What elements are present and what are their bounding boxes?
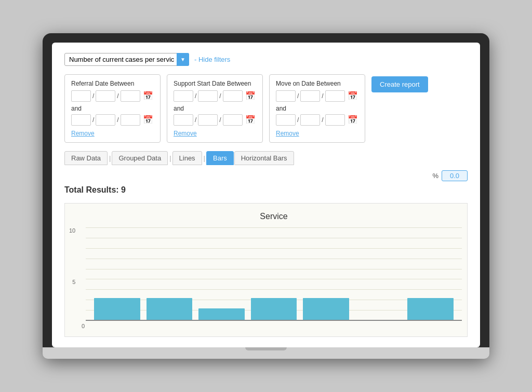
- moveon-sep2: /: [322, 92, 323, 100]
- support-to-mm[interactable]: [198, 114, 218, 126]
- bar-3: [198, 308, 245, 321]
- bar-5: [303, 298, 349, 321]
- referral-from-calendar-icon[interactable]: 📅: [143, 91, 153, 101]
- tabs-row: Raw Data | Grouped Data | Lines | Bars H…: [64, 151, 468, 165]
- referral-to-calendar-icon[interactable]: 📅: [143, 115, 153, 125]
- support-to-yyyy[interactable]: [223, 114, 243, 126]
- percent-control: %: [64, 170, 468, 181]
- referral-to-mm[interactable]: [96, 114, 115, 126]
- laptop-frame: Number of current cases per service ▼ - …: [43, 33, 489, 359]
- referral-from-dd[interactable]: [71, 90, 91, 102]
- moveon-sep4: /: [322, 116, 323, 124]
- moveon-and: and: [276, 105, 358, 112]
- support-sep3: /: [195, 116, 196, 124]
- tab-grouped-data[interactable]: Grouped Data: [112, 151, 168, 165]
- bar-group-4: [248, 298, 300, 321]
- tab-bars[interactable]: Bars: [206, 151, 234, 165]
- support-to-calendar-icon[interactable]: 📅: [245, 115, 256, 125]
- bar-group-2: [143, 298, 196, 321]
- referral-label: Referral Date Between: [71, 80, 154, 87]
- x-axis-line: [86, 320, 462, 321]
- tab-raw-data[interactable]: Raw Data: [64, 151, 108, 165]
- support-from-mm[interactable]: [198, 90, 218, 102]
- referral-sep3: /: [92, 116, 94, 124]
- filter-support: Support Start Date Between / / 📅 and /: [167, 74, 263, 143]
- moveon-to-mm[interactable]: [300, 114, 320, 126]
- referral-from-mm[interactable]: [96, 90, 115, 102]
- y-label-10: 10: [69, 227, 75, 234]
- report-select-wrapper: Number of current cases per service ▼: [64, 53, 189, 66]
- y-axis-labels: 10 5: [69, 227, 75, 321]
- tab-lines[interactable]: Lines: [172, 151, 202, 165]
- referral-to-dd[interactable]: [71, 114, 91, 126]
- percent-input[interactable]: [442, 170, 468, 181]
- bar-1: [94, 298, 140, 321]
- referral-date-to: / / 📅: [71, 114, 154, 126]
- laptop-base: [43, 347, 489, 359]
- support-and: and: [174, 105, 256, 112]
- support-from-calendar-icon[interactable]: 📅: [245, 91, 256, 101]
- referral-and: and: [71, 105, 154, 112]
- chart-container: Service 10 5: [64, 203, 468, 337]
- moveon-remove-link[interactable]: Remove: [276, 130, 358, 137]
- referral-date-from: / / 📅: [71, 90, 154, 102]
- bar-4: [251, 298, 297, 321]
- moveon-label: Move on Date Between: [276, 80, 358, 87]
- moveon-to-dd[interactable]: [276, 114, 296, 126]
- support-from-dd[interactable]: [174, 90, 193, 102]
- hide-filters-link[interactable]: - Hide filters: [194, 56, 230, 63]
- filter-referral: Referral Date Between / / 📅 and /: [64, 74, 161, 143]
- support-label: Support Start Date Between: [174, 80, 256, 87]
- chart-area: 10 5: [86, 227, 462, 331]
- support-date-from: / / 📅: [174, 90, 256, 102]
- moveon-from-yyyy[interactable]: [325, 90, 345, 102]
- total-results-label: Total Results:: [64, 185, 119, 194]
- support-to-dd[interactable]: [174, 114, 193, 126]
- referral-remove-link[interactable]: Remove: [71, 130, 154, 137]
- y-label-5: 5: [72, 279, 75, 285]
- moveon-sep3: /: [297, 116, 299, 124]
- moveon-date-to: / / 📅: [276, 114, 358, 126]
- bar-group-5: [300, 298, 352, 321]
- support-remove-link[interactable]: Remove: [174, 130, 256, 137]
- bars-wrapper: [86, 227, 462, 321]
- top-bar: Number of current cases per service ▼ - …: [64, 53, 468, 66]
- laptop-screen: Number of current cases per service ▼ - …: [52, 43, 480, 347]
- support-sep2: /: [219, 92, 221, 100]
- referral-sep4: /: [117, 116, 118, 124]
- report-select[interactable]: Number of current cases per service: [64, 53, 189, 66]
- percent-label: %: [432, 172, 438, 180]
- tab-sep-2: |: [169, 154, 171, 162]
- support-from-yyyy[interactable]: [223, 90, 243, 102]
- referral-to-yyyy[interactable]: [121, 114, 140, 126]
- filter-moveon: Move on Date Between / / 📅 and /: [269, 74, 365, 143]
- total-results-count: 9: [121, 185, 126, 194]
- tab-sep-1: |: [109, 154, 111, 162]
- moveon-to-yyyy[interactable]: [325, 114, 345, 126]
- moveon-to-calendar-icon[interactable]: 📅: [348, 115, 358, 125]
- support-sep1: /: [195, 92, 196, 100]
- referral-sep1: /: [92, 92, 94, 100]
- tab-horizontal-bars[interactable]: Horizontal Bars: [234, 151, 294, 165]
- bar-group-7: [404, 298, 457, 321]
- support-sep4: /: [219, 116, 221, 124]
- moveon-from-mm[interactable]: [300, 90, 320, 102]
- referral-sep2: /: [117, 92, 118, 100]
- bar-group-1: [91, 298, 143, 321]
- filters-row: Referral Date Between / / 📅 and /: [64, 74, 468, 143]
- moveon-from-dd[interactable]: [276, 90, 296, 102]
- referral-from-yyyy[interactable]: [121, 90, 140, 102]
- total-results: Total Results: 9: [64, 185, 468, 195]
- chart-title: Service: [86, 212, 462, 221]
- screen-content: Number of current cases per service ▼ - …: [52, 43, 480, 347]
- bar-group-3: [195, 308, 248, 321]
- x-zero-label: 0: [82, 323, 85, 329]
- bar-2: [147, 298, 193, 321]
- moveon-sep1: /: [297, 92, 299, 100]
- bar-7: [407, 298, 454, 321]
- support-date-to: / / 📅: [174, 114, 256, 126]
- create-report-button[interactable]: Create report: [371, 76, 428, 92]
- tab-sep-3: |: [204, 154, 205, 162]
- moveon-date-from: / / 📅: [276, 90, 358, 102]
- moveon-from-calendar-icon[interactable]: 📅: [348, 91, 358, 101]
